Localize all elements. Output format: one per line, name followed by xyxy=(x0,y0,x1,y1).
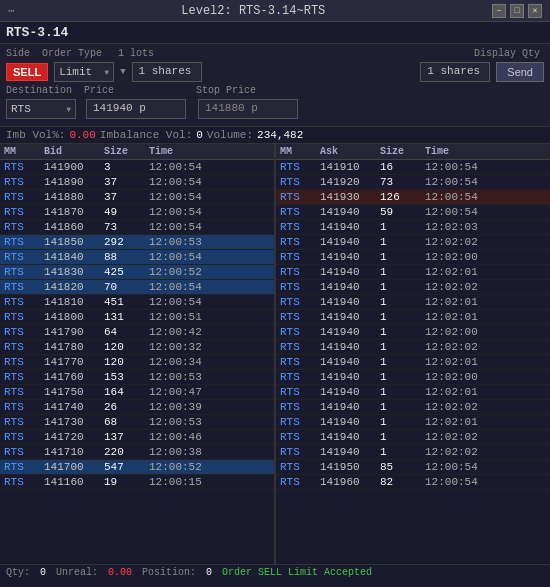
bid-table-row[interactable]: RTS 141700 547 12:00:52 xyxy=(0,460,274,475)
price-input[interactable]: 141940 р xyxy=(86,99,186,119)
bid-mm: RTS xyxy=(2,281,42,293)
ask-table-row[interactable]: RTS 141940 1 12:02:00 xyxy=(276,370,550,385)
ask-table-row[interactable]: RTS 141940 1 12:02:01 xyxy=(276,385,550,400)
ask-table-row[interactable]: RTS 141940 1 12:02:02 xyxy=(276,235,550,250)
shares-input[interactable]: 1 shares xyxy=(132,62,202,82)
bid-table-row[interactable]: RTS 141850 292 12:00:53 xyxy=(0,235,274,250)
ask-size: 1 xyxy=(378,311,423,323)
bid-mm: RTS xyxy=(2,221,42,233)
ask-table-row[interactable]: RTS 141960 82 12:00:54 xyxy=(276,475,550,490)
bid-table-row[interactable]: RTS 141730 68 12:00:53 xyxy=(0,415,274,430)
ask-time: 12:00:54 xyxy=(423,176,493,188)
ask-mm: RTS xyxy=(278,221,318,233)
bid-time: 12:00:54 xyxy=(147,176,217,188)
ask-mm: RTS xyxy=(278,401,318,413)
dropdown-arrow-2-icon: ▼ xyxy=(120,67,125,77)
bid-price: 141830 xyxy=(42,266,102,278)
ask-table-row[interactable]: RTS 141940 1 12:02:01 xyxy=(276,295,550,310)
bid-table-row[interactable]: RTS 141870 49 12:00:54 xyxy=(0,205,274,220)
bid-time: 12:00:54 xyxy=(147,296,217,308)
bid-table-row[interactable]: RTS 141840 88 12:00:54 xyxy=(0,250,274,265)
bid-size: 547 xyxy=(102,461,147,473)
ask-table-row[interactable]: RTS 141940 1 12:02:02 xyxy=(276,445,550,460)
ask-mm: RTS xyxy=(278,461,318,473)
status-message: Order SELL Limit Accepted xyxy=(222,567,372,578)
bid-table-row[interactable]: RTS 141740 26 12:00:39 xyxy=(0,400,274,415)
bid-table-row[interactable]: RTS 141800 131 12:00:51 xyxy=(0,310,274,325)
ask-table-row[interactable]: RTS 141940 1 12:02:02 xyxy=(276,340,550,355)
ask-price: 141940 xyxy=(318,266,378,278)
position-label: Position: xyxy=(142,567,196,578)
ask-mm: RTS xyxy=(278,206,318,218)
ask-table: MM Ask Size Time RTS 141910 16 12:00:54 … xyxy=(276,144,550,564)
ask-time: 12:00:54 xyxy=(423,476,493,488)
bid-size: 37 xyxy=(102,191,147,203)
ask-table-row[interactable]: RTS 141940 1 12:02:01 xyxy=(276,265,550,280)
bid-table-row[interactable]: RTS 141720 137 12:00:46 xyxy=(0,430,274,445)
title-bar-extra[interactable]: ⋯ xyxy=(8,4,15,17)
ask-table-row[interactable]: RTS 141940 1 12:02:02 xyxy=(276,430,550,445)
bid-price: 141790 xyxy=(42,326,102,338)
bid-size: 137 xyxy=(102,431,147,443)
bid-table-row[interactable]: RTS 141760 153 12:00:53 xyxy=(0,370,274,385)
ask-price: 141910 xyxy=(318,161,378,173)
ask-time: 12:02:01 xyxy=(423,356,493,368)
display-qty-input[interactable]: 1 shares xyxy=(420,62,490,82)
bid-table-row[interactable]: RTS 141880 37 12:00:54 xyxy=(0,190,274,205)
ask-table-row[interactable]: RTS 141940 59 12:00:54 xyxy=(276,205,550,220)
bid-table-row[interactable]: RTS 141820 70 12:00:54 xyxy=(0,280,274,295)
ask-table-row[interactable]: RTS 141940 1 12:02:00 xyxy=(276,325,550,340)
ask-mm: RTS xyxy=(278,356,318,368)
bid-table-row[interactable]: RTS 141860 73 12:00:54 xyxy=(0,220,274,235)
bid-table-row[interactable]: RTS 141780 120 12:00:32 xyxy=(0,340,274,355)
volume-label: Volume: xyxy=(207,129,253,141)
ask-table-row[interactable]: RTS 141940 1 12:02:03 xyxy=(276,220,550,235)
bid-mm: RTS xyxy=(2,326,42,338)
ask-table-row[interactable]: RTS 141940 1 12:02:01 xyxy=(276,310,550,325)
ask-table-row[interactable]: RTS 141930 126 12:00:54 xyxy=(276,190,550,205)
ask-table-row[interactable]: RTS 141910 16 12:00:54 xyxy=(276,160,550,175)
ask-time: 12:02:02 xyxy=(423,236,493,248)
sell-button[interactable]: SELL xyxy=(6,63,48,81)
ask-table-header: MM Ask Size Time xyxy=(276,144,550,160)
bid-mm: RTS xyxy=(2,386,42,398)
close-btn[interactable]: ✕ xyxy=(528,4,542,18)
ask-table-row[interactable]: RTS 141940 1 12:02:00 xyxy=(276,250,550,265)
stop-price-input[interactable]: 141880 р xyxy=(198,99,298,119)
bid-table-row[interactable]: RTS 141160 19 12:00:15 xyxy=(0,475,274,490)
bid-table-row[interactable]: RTS 141710 220 12:00:38 xyxy=(0,445,274,460)
ask-table-row[interactable]: RTS 141950 85 12:00:54 xyxy=(276,460,550,475)
bid-table-row[interactable]: RTS 141890 37 12:00:54 xyxy=(0,175,274,190)
ask-size: 1 xyxy=(378,401,423,413)
display-qty-label: Display Qty xyxy=(474,48,544,59)
bid-table-row[interactable]: RTS 141830 425 12:00:52 xyxy=(0,265,274,280)
qty-value: 0 xyxy=(40,567,46,578)
bid-time: 12:00:54 xyxy=(147,251,217,263)
bid-table-row[interactable]: RTS 141790 64 12:00:42 xyxy=(0,325,274,340)
ask-price: 141940 xyxy=(318,326,378,338)
ask-table-row[interactable]: RTS 141920 73 12:00:54 xyxy=(276,175,550,190)
bid-col-size-header: Size xyxy=(102,146,147,157)
position-value: 0 xyxy=(206,567,212,578)
ask-table-row[interactable]: RTS 141940 1 12:02:01 xyxy=(276,415,550,430)
bid-table-row[interactable]: RTS 141810 451 12:00:54 xyxy=(0,295,274,310)
ask-table-row[interactable]: RTS 141940 1 12:02:02 xyxy=(276,400,550,415)
dropdown-arrow-icon: ▼ xyxy=(104,68,109,77)
ask-price: 141940 xyxy=(318,386,378,398)
destination-dropdown[interactable]: RTS ▼ xyxy=(6,99,76,119)
order-type-dropdown[interactable]: Limit ▼ xyxy=(54,62,114,82)
send-button[interactable]: Send xyxy=(496,62,544,82)
bid-table-row[interactable]: RTS 141750 164 12:00:47 xyxy=(0,385,274,400)
ask-table-row[interactable]: RTS 141940 1 12:02:01 xyxy=(276,355,550,370)
ask-table-row[interactable]: RTS 141940 1 12:02:02 xyxy=(276,280,550,295)
bid-table-row[interactable]: RTS 141770 120 12:00:34 xyxy=(0,355,274,370)
side-label: Side xyxy=(6,48,36,59)
maximize-btn[interactable]: □ xyxy=(510,4,524,18)
bid-size: 120 xyxy=(102,341,147,353)
ask-size: 1 xyxy=(378,371,423,383)
ticker-text: RTS-3.14 xyxy=(6,25,68,40)
bid-time: 12:00:54 xyxy=(147,221,217,233)
minimize-btn[interactable]: – xyxy=(492,4,506,18)
ask-time: 12:02:02 xyxy=(423,431,493,443)
bid-table-row[interactable]: RTS 141900 3 12:00:54 xyxy=(0,160,274,175)
